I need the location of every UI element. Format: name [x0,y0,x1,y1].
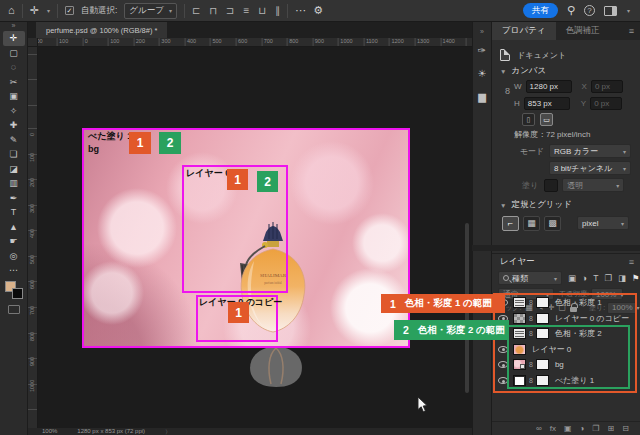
color-swatches[interactable] [5,281,23,299]
landscape-orientation-button[interactable]: ▭ [540,113,553,126]
collapse-dock-icon[interactable]: » [480,28,484,35]
frame-tool[interactable]: ▣ [3,89,25,104]
filter-pin-icon[interactable]: ⚑ [632,273,640,283]
h-ruler-label: 100 [59,38,68,44]
new-adjustment-icon[interactable]: ◑ [580,424,585,433]
clone-stamp-tool[interactable]: ❏ [3,147,25,162]
color-panel-icon[interactable]: ✑ [478,45,486,56]
pen-tool[interactable]: ✒ [3,191,25,206]
panel-menu-icon[interactable]: ≡ [629,22,640,40]
mode-label: モード [510,146,544,157]
help-icon[interactable]: ? [584,5,595,16]
move-tool-icon[interactable]: ✛ [30,5,39,16]
tab-properties[interactable]: プロパティ [492,22,556,40]
tools-sidebar: » ✛▢◌✂▣✧✚✎❏◪▥✒T▲☛◎⋯ [0,22,28,435]
new-group-icon[interactable]: ❐ [592,424,599,433]
background-color-swatch[interactable] [12,288,23,299]
layer-effects-icon[interactable]: fx [550,424,556,433]
more-tools[interactable]: ⋯ [3,263,25,278]
v-ruler-label: 0 [29,133,35,136]
delete-layer-icon[interactable]: ⊟ [622,424,629,433]
document-size: 1280 px x 853 px (72 ppi) [77,428,145,435]
eyedropper-tool[interactable]: ✧ [3,104,25,119]
auto-select-checkbox[interactable]: ✓ [65,6,74,15]
more-options-icon[interactable]: ⋯ [295,5,306,16]
search-icon[interactable]: ⚲ [567,5,575,16]
filter-shape-icon[interactable]: ❐ [604,273,612,283]
h-ruler-label: 100 [110,38,119,44]
section-collapse-icon[interactable]: ▼ [500,68,506,75]
height-field[interactable]: 853 px [524,97,570,110]
eraser-tool[interactable]: ◪ [3,162,25,177]
bottle-reflection-image [241,344,311,388]
label-layer0: レイヤー 0 [186,167,230,179]
badge-2: 2 [257,171,278,192]
add-mask-icon[interactable]: ▣ [564,424,572,433]
gradient-tool[interactable]: ▥ [3,176,25,191]
align-vcenter-icon[interactable]: ⊔ [258,5,266,16]
lasso-tool[interactable]: ◌ [3,60,25,75]
hand-tool[interactable]: ☛ [3,234,25,249]
panel-dock: » ✑☀▆ [472,22,492,435]
workspace-icon[interactable] [604,6,617,16]
chevron-down-icon[interactable]: ▾ [47,7,50,14]
filter-type-icon[interactable]: T [593,273,598,283]
link-layers-icon[interactable]: ∞ [536,424,542,433]
auto-select-dropdown[interactable]: グループ▾ [124,3,177,19]
x-field[interactable]: 0 px [591,80,623,93]
guides-icon[interactable]: ▩ [544,216,561,231]
distribute-icon[interactable]: ∥ [275,5,280,16]
libraries-panel-icon[interactable]: ▆ [478,91,486,102]
new-layer-icon[interactable]: ⊞ [608,424,615,433]
brush-tool[interactable]: ✎ [3,133,25,148]
ruler-corner [28,38,38,47]
grid-icon[interactable]: ▦ [523,216,540,231]
width-field[interactable]: 1280 px [526,80,572,93]
y-field[interactable]: 0 px [590,97,622,110]
h-ruler-label: 1100 [366,38,378,44]
canvas-fill-label: 塗り [522,180,538,191]
align-top-icon[interactable]: ≡ [243,5,249,16]
canvas-fill-swatch[interactable] [544,179,558,192]
bit-depth-dropdown[interactable]: 8 bit/チャンネル▾ [549,161,631,175]
zoom-level[interactable]: 100% [42,428,57,435]
path-select-tool[interactable]: ▲ [3,220,25,235]
status-chevron-icon[interactable]: 〉 [165,428,171,435]
divider [184,4,185,18]
canvas-fill-dropdown[interactable]: 透明▾ [562,178,624,192]
color-mode-dropdown[interactable]: RGB カラー▾ [549,144,631,158]
move-tool[interactable]: ✛ [3,31,25,46]
filter-pixel-icon[interactable]: ▣ [568,273,576,283]
home-icon[interactable]: ⌂ [8,5,15,16]
healing-tool[interactable]: ✚ [3,118,25,133]
filter-smart-icon[interactable]: ◨ [618,273,626,283]
marquee-tool[interactable]: ▢ [3,46,25,61]
portrait-orientation-button[interactable]: ▯ [522,113,535,126]
align-right-icon[interactable]: ⊐ [226,5,234,16]
filter-adjustment-icon[interactable]: ◑ [582,273,587,283]
gear-icon[interactable]: ⚙ [313,5,323,16]
section-collapse-icon[interactable]: ▼ [500,202,506,209]
ruler-icon[interactable]: ⌐ [502,216,519,231]
align-hcenter-icon[interactable]: ⊓ [209,5,217,16]
document-tab[interactable]: perfume.psd @ 100% (RGB/8#) * [36,22,167,38]
crop-tool[interactable]: ✂ [3,75,25,90]
v-ruler-label: 900 [29,357,35,366]
layer-filter-dropdown[interactable]: 種類▾ [498,271,562,285]
tab-adjustments[interactable]: 色調補正 [556,22,610,40]
align-icons-group: ⊏⊓⊐≡⊔∥ [192,5,280,16]
chevron-down-icon[interactable]: ▾ [627,7,630,14]
adjustments-panel-icon[interactable]: ☀ [478,68,487,79]
collapse-toolbar-icon[interactable]: » [12,22,16,31]
v-ruler-label: 800 [29,331,35,340]
divider [57,4,58,18]
photoshop-window: ⌂ ✛ ▾ ✓ 自動選択: グループ▾ ⊏⊓⊐≡⊔∥ ⋯ ⚙ 共有 ⚲ ? ▾ … [0,0,640,435]
document-icon[interactable] [500,49,510,61]
type-tool[interactable]: T [3,205,25,220]
share-button[interactable]: 共有 [523,3,558,17]
quick-mask-icon[interactable] [8,305,20,314]
align-left-icon[interactable]: ⊏ [192,5,200,16]
ruler-unit-dropdown[interactable]: pixel▾ [577,216,629,230]
zoom-tool[interactable]: ◎ [3,249,25,264]
layers-menu-icon[interactable]: ≡ [629,257,634,267]
